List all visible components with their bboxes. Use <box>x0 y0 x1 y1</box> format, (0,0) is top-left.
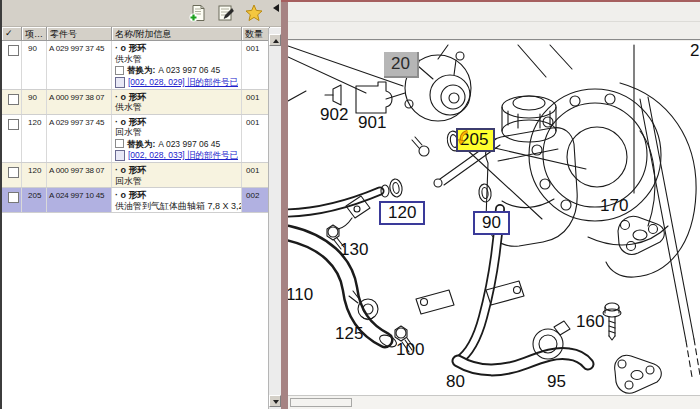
rod <box>640 97 700 377</box>
header-part-number[interactable]: 零件号 <box>47 27 112 41</box>
item-number-cell: 205 <box>22 188 47 212</box>
replacement-line: 替换为: A 023 997 06 45 <box>115 65 238 76</box>
gasket-bottom <box>615 355 662 393</box>
row-checkbox[interactable] <box>8 167 19 178</box>
part-number-cell: A 000 997 38 07 <box>47 163 112 187</box>
plug-902 <box>325 85 341 105</box>
callout-100[interactable]: 100 <box>396 341 424 358</box>
part-name-cell: · o 形环 回水管 <box>112 163 242 187</box>
header-quantity[interactable]: 数量 <box>242 27 270 41</box>
callout-901[interactable]: 901 <box>358 114 386 131</box>
parts-toolbar <box>2 0 281 27</box>
quantity-cell: 001 <box>242 115 270 163</box>
item-number-cell: 90 <box>22 90 47 114</box>
row-checkbox[interactable] <box>8 45 19 56</box>
part-name-cell: · o 形环 供油管到气缸体曲轴箱 7,8 X 3,2 <box>112 188 242 212</box>
callout-20[interactable]: 20 <box>384 52 419 78</box>
item-number-cell: 90 <box>22 41 47 89</box>
add-document-icon[interactable] <box>189 4 207 22</box>
doc-icon <box>115 150 125 161</box>
callout-205-highlighted[interactable]: 205 <box>456 128 495 152</box>
panel-splitter-arrow-icon[interactable] <box>273 4 279 12</box>
part-name-cell: · o 形环 供水管 <box>112 90 242 114</box>
o-ring-90 <box>478 183 492 202</box>
part-number-cell: A 000 997 38 07 <box>47 90 112 114</box>
parts-table-body: 90 A 029 997 37 45 · o 形环 供水管 替换为: A 023… <box>2 41 270 409</box>
row-checkbox[interactable] <box>8 119 19 130</box>
supersession-link[interactable]: [002, 028, 033] 旧的部件号已用完，数 <box>128 150 238 161</box>
epc-parts-catalog-window: { "left_panel": { "toolbar": { "icons": … <box>0 0 700 409</box>
diagram-frame-strip <box>281 2 288 409</box>
scroll-up-button[interactable] <box>269 34 281 46</box>
callout-80[interactable]: 80 <box>446 373 465 390</box>
bolt-near-205 <box>412 137 429 156</box>
hose-80-95 <box>458 353 588 369</box>
callout-21-clipped[interactable]: 21 <box>690 42 700 59</box>
replacement-checkbox[interactable] <box>115 66 124 75</box>
favorites-star-icon[interactable] <box>245 4 263 22</box>
callout-90[interactable]: 90 <box>473 211 510 235</box>
header-check[interactable]: ✓ <box>2 27 22 41</box>
edit-notes-icon[interactable] <box>217 4 235 22</box>
row-checkbox[interactable] <box>8 192 19 203</box>
pointer-arrow-icon <box>458 130 469 145</box>
replacement-line: 替换为: A 023 997 06 45 <box>115 139 238 150</box>
diagram-header-strip <box>288 2 700 40</box>
horizontal-scroll-thumb[interactable] <box>290 398 352 407</box>
o-ring-120 <box>389 178 404 198</box>
replacement-checkbox[interactable] <box>115 139 124 148</box>
header-name-info[interactable]: 名称/附加信息 <box>112 27 242 41</box>
coolant-pipe-120 <box>288 185 389 213</box>
diagram-panel: 20 902 901 205 120 90 170 130 110 125 10… <box>281 0 700 409</box>
part-name-cell: · o 形环 回水管 替换为: A 023 997 06 45 [002, 02… <box>112 115 242 163</box>
supersession-link[interactable]: [002, 028, 029] 旧的部件号已用完，数 <box>128 77 238 88</box>
part-name: · o 形环 <box>115 43 238 54</box>
part-number-cell: A 029 997 37 45 <box>47 115 112 163</box>
part-number-cell: A 024 997 10 45 <box>47 188 112 212</box>
pipe-brackets <box>416 281 524 314</box>
parts-list-scrollbar[interactable] <box>268 28 281 409</box>
quantity-cell: 001 <box>242 90 270 114</box>
turbocharger-assembly <box>529 83 696 277</box>
table-row[interactable]: 90 A 029 997 37 45 · o 形环 供水管 替换为: A 023… <box>2 41 270 90</box>
row-checkbox[interactable] <box>8 94 19 105</box>
fitting-901 <box>356 82 405 113</box>
part-number-cell: A 029 997 37 45 <box>47 41 112 89</box>
diagram-canvas[interactable]: 20 902 901 205 120 90 170 130 110 125 10… <box>288 41 700 395</box>
table-row[interactable]: 120 A 029 997 37 45 · o 形环 回水管 替换为: A 02… <box>2 115 270 164</box>
header-item[interactable]: 项… <box>22 27 47 41</box>
scroll-down-button[interactable] <box>269 395 281 407</box>
callout-120[interactable]: 120 <box>379 201 425 225</box>
item-number-cell: 120 <box>22 115 47 163</box>
item-number-cell: 120 <box>22 163 47 187</box>
callout-902[interactable]: 902 <box>320 106 348 123</box>
quantity-cell: 001 <box>242 41 270 89</box>
callout-130[interactable]: 130 <box>340 241 368 258</box>
part-sub-name: 供水管 <box>115 54 238 65</box>
diagram-horizontal-scrollbar[interactable] <box>288 395 700 409</box>
bolt-160 <box>603 303 621 340</box>
callout-170[interactable]: 170 <box>600 197 628 214</box>
parts-list-panel: ✓ 项… 零件号 名称/附加信息 数量 90 A 029 997 37 45 ·… <box>0 0 281 409</box>
table-row[interactable]: 90 A 000 997 38 07 · o 形环 供水管 001 <box>2 90 270 115</box>
doc-icon <box>115 77 125 88</box>
quantity-cell: 002 <box>242 188 270 212</box>
table-row-selected[interactable]: 205 A 024 997 10 45 · o 形环 供油管到气缸体曲轴箱 7,… <box>2 188 270 213</box>
callout-110[interactable]: 110 <box>288 286 313 303</box>
table-row[interactable]: 120 A 000 997 38 07 · o 形环 回水管 001 <box>2 163 270 188</box>
callout-125[interactable]: 125 <box>335 325 363 342</box>
callout-160[interactable]: 160 <box>576 313 604 330</box>
parts-table-header: ✓ 项… 零件号 名称/附加信息 数量 <box>2 27 270 41</box>
callout-95[interactable]: 95 <box>547 373 566 390</box>
quantity-cell: 001 <box>242 163 270 187</box>
part-name-cell: · o 形环 供水管 替换为: A 023 997 06 45 [002, 02… <box>112 41 242 89</box>
